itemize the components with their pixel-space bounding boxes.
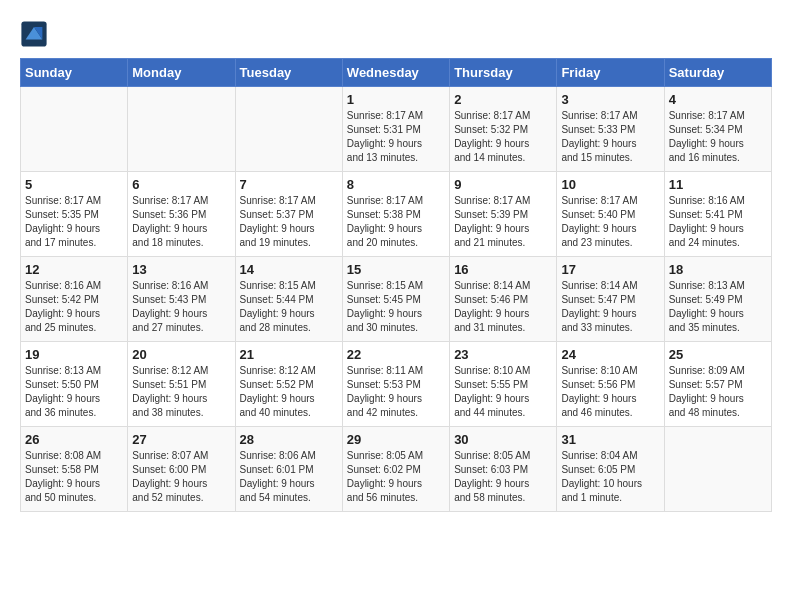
weekday-header: Sunday	[21, 59, 128, 87]
day-info: Sunrise: 8:07 AM Sunset: 6:00 PM Dayligh…	[132, 449, 230, 505]
logo-icon	[20, 20, 48, 48]
day-number: 16	[454, 262, 552, 277]
calendar-day-cell: 1Sunrise: 8:17 AM Sunset: 5:31 PM Daylig…	[342, 87, 449, 172]
calendar-day-cell: 25Sunrise: 8:09 AM Sunset: 5:57 PM Dayli…	[664, 342, 771, 427]
logo	[20, 20, 50, 48]
day-info: Sunrise: 8:10 AM Sunset: 5:56 PM Dayligh…	[561, 364, 659, 420]
calendar-day-cell: 14Sunrise: 8:15 AM Sunset: 5:44 PM Dayli…	[235, 257, 342, 342]
weekday-header: Monday	[128, 59, 235, 87]
calendar-week-row: 26Sunrise: 8:08 AM Sunset: 5:58 PM Dayli…	[21, 427, 772, 512]
day-number: 7	[240, 177, 338, 192]
weekday-header: Wednesday	[342, 59, 449, 87]
calendar-day-cell: 5Sunrise: 8:17 AM Sunset: 5:35 PM Daylig…	[21, 172, 128, 257]
weekday-header-row: SundayMondayTuesdayWednesdayThursdayFrid…	[21, 59, 772, 87]
day-number: 18	[669, 262, 767, 277]
day-number: 25	[669, 347, 767, 362]
day-number: 20	[132, 347, 230, 362]
calendar-day-cell: 27Sunrise: 8:07 AM Sunset: 6:00 PM Dayli…	[128, 427, 235, 512]
calendar-day-cell: 31Sunrise: 8:04 AM Sunset: 6:05 PM Dayli…	[557, 427, 664, 512]
day-number: 6	[132, 177, 230, 192]
calendar-day-cell: 10Sunrise: 8:17 AM Sunset: 5:40 PM Dayli…	[557, 172, 664, 257]
calendar-day-cell: 29Sunrise: 8:05 AM Sunset: 6:02 PM Dayli…	[342, 427, 449, 512]
day-info: Sunrise: 8:16 AM Sunset: 5:42 PM Dayligh…	[25, 279, 123, 335]
day-number: 23	[454, 347, 552, 362]
weekday-header: Thursday	[450, 59, 557, 87]
day-number: 17	[561, 262, 659, 277]
day-info: Sunrise: 8:17 AM Sunset: 5:38 PM Dayligh…	[347, 194, 445, 250]
weekday-header: Tuesday	[235, 59, 342, 87]
calendar-day-cell: 17Sunrise: 8:14 AM Sunset: 5:47 PM Dayli…	[557, 257, 664, 342]
header	[20, 20, 772, 48]
calendar-day-cell: 23Sunrise: 8:10 AM Sunset: 5:55 PM Dayli…	[450, 342, 557, 427]
day-number: 24	[561, 347, 659, 362]
calendar-week-row: 5Sunrise: 8:17 AM Sunset: 5:35 PM Daylig…	[21, 172, 772, 257]
day-info: Sunrise: 8:06 AM Sunset: 6:01 PM Dayligh…	[240, 449, 338, 505]
day-info: Sunrise: 8:05 AM Sunset: 6:02 PM Dayligh…	[347, 449, 445, 505]
day-number: 11	[669, 177, 767, 192]
day-info: Sunrise: 8:16 AM Sunset: 5:43 PM Dayligh…	[132, 279, 230, 335]
calendar-day-cell: 30Sunrise: 8:05 AM Sunset: 6:03 PM Dayli…	[450, 427, 557, 512]
day-info: Sunrise: 8:15 AM Sunset: 5:45 PM Dayligh…	[347, 279, 445, 335]
day-number: 30	[454, 432, 552, 447]
calendar-day-cell: 12Sunrise: 8:16 AM Sunset: 5:42 PM Dayli…	[21, 257, 128, 342]
calendar-day-cell: 9Sunrise: 8:17 AM Sunset: 5:39 PM Daylig…	[450, 172, 557, 257]
day-info: Sunrise: 8:17 AM Sunset: 5:31 PM Dayligh…	[347, 109, 445, 165]
calendar-day-cell: 22Sunrise: 8:11 AM Sunset: 5:53 PM Dayli…	[342, 342, 449, 427]
day-number: 31	[561, 432, 659, 447]
calendar-week-row: 19Sunrise: 8:13 AM Sunset: 5:50 PM Dayli…	[21, 342, 772, 427]
calendar-day-cell: 7Sunrise: 8:17 AM Sunset: 5:37 PM Daylig…	[235, 172, 342, 257]
day-info: Sunrise: 8:17 AM Sunset: 5:32 PM Dayligh…	[454, 109, 552, 165]
calendar-day-cell: 26Sunrise: 8:08 AM Sunset: 5:58 PM Dayli…	[21, 427, 128, 512]
day-number: 15	[347, 262, 445, 277]
day-info: Sunrise: 8:09 AM Sunset: 5:57 PM Dayligh…	[669, 364, 767, 420]
day-number: 8	[347, 177, 445, 192]
calendar-day-cell: 16Sunrise: 8:14 AM Sunset: 5:46 PM Dayli…	[450, 257, 557, 342]
day-number: 27	[132, 432, 230, 447]
day-number: 22	[347, 347, 445, 362]
calendar-week-row: 12Sunrise: 8:16 AM Sunset: 5:42 PM Dayli…	[21, 257, 772, 342]
day-number: 21	[240, 347, 338, 362]
calendar-day-cell: 2Sunrise: 8:17 AM Sunset: 5:32 PM Daylig…	[450, 87, 557, 172]
calendar-day-cell: 18Sunrise: 8:13 AM Sunset: 5:49 PM Dayli…	[664, 257, 771, 342]
day-info: Sunrise: 8:13 AM Sunset: 5:49 PM Dayligh…	[669, 279, 767, 335]
calendar-day-cell	[128, 87, 235, 172]
calendar-day-cell	[664, 427, 771, 512]
day-info: Sunrise: 8:15 AM Sunset: 5:44 PM Dayligh…	[240, 279, 338, 335]
day-info: Sunrise: 8:10 AM Sunset: 5:55 PM Dayligh…	[454, 364, 552, 420]
day-info: Sunrise: 8:17 AM Sunset: 5:40 PM Dayligh…	[561, 194, 659, 250]
day-info: Sunrise: 8:08 AM Sunset: 5:58 PM Dayligh…	[25, 449, 123, 505]
calendar-day-cell: 8Sunrise: 8:17 AM Sunset: 5:38 PM Daylig…	[342, 172, 449, 257]
calendar-day-cell: 6Sunrise: 8:17 AM Sunset: 5:36 PM Daylig…	[128, 172, 235, 257]
day-number: 13	[132, 262, 230, 277]
calendar-day-cell	[235, 87, 342, 172]
day-number: 9	[454, 177, 552, 192]
calendar-day-cell: 15Sunrise: 8:15 AM Sunset: 5:45 PM Dayli…	[342, 257, 449, 342]
day-info: Sunrise: 8:17 AM Sunset: 5:35 PM Dayligh…	[25, 194, 123, 250]
day-info: Sunrise: 8:17 AM Sunset: 5:33 PM Dayligh…	[561, 109, 659, 165]
day-info: Sunrise: 8:17 AM Sunset: 5:36 PM Dayligh…	[132, 194, 230, 250]
calendar-day-cell: 11Sunrise: 8:16 AM Sunset: 5:41 PM Dayli…	[664, 172, 771, 257]
calendar-day-cell: 4Sunrise: 8:17 AM Sunset: 5:34 PM Daylig…	[664, 87, 771, 172]
day-number: 2	[454, 92, 552, 107]
day-info: Sunrise: 8:14 AM Sunset: 5:47 PM Dayligh…	[561, 279, 659, 335]
calendar-week-row: 1Sunrise: 8:17 AM Sunset: 5:31 PM Daylig…	[21, 87, 772, 172]
day-info: Sunrise: 8:16 AM Sunset: 5:41 PM Dayligh…	[669, 194, 767, 250]
calendar-day-cell	[21, 87, 128, 172]
day-info: Sunrise: 8:12 AM Sunset: 5:51 PM Dayligh…	[132, 364, 230, 420]
day-number: 12	[25, 262, 123, 277]
day-info: Sunrise: 8:13 AM Sunset: 5:50 PM Dayligh…	[25, 364, 123, 420]
day-info: Sunrise: 8:04 AM Sunset: 6:05 PM Dayligh…	[561, 449, 659, 505]
day-info: Sunrise: 8:14 AM Sunset: 5:46 PM Dayligh…	[454, 279, 552, 335]
weekday-header: Friday	[557, 59, 664, 87]
calendar-day-cell: 3Sunrise: 8:17 AM Sunset: 5:33 PM Daylig…	[557, 87, 664, 172]
day-number: 10	[561, 177, 659, 192]
day-number: 19	[25, 347, 123, 362]
day-number: 28	[240, 432, 338, 447]
calendar-day-cell: 13Sunrise: 8:16 AM Sunset: 5:43 PM Dayli…	[128, 257, 235, 342]
calendar-table: SundayMondayTuesdayWednesdayThursdayFrid…	[20, 58, 772, 512]
day-number: 5	[25, 177, 123, 192]
day-info: Sunrise: 8:17 AM Sunset: 5:37 PM Dayligh…	[240, 194, 338, 250]
day-info: Sunrise: 8:17 AM Sunset: 5:39 PM Dayligh…	[454, 194, 552, 250]
day-info: Sunrise: 8:17 AM Sunset: 5:34 PM Dayligh…	[669, 109, 767, 165]
day-number: 26	[25, 432, 123, 447]
